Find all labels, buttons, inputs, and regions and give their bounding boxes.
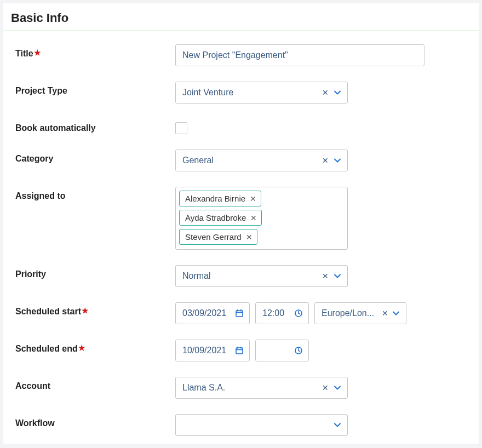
label-title: Title★ — [15, 44, 175, 59]
row-workflow: Workflow — [15, 414, 467, 436]
scheduled-end-date-input[interactable]: 10/09/2021 — [175, 340, 250, 361]
chip-remove-icon[interactable]: ✕ — [250, 214, 257, 222]
scheduled-end-time-input[interactable] — [255, 340, 309, 361]
label-book-auto: Book automatically — [15, 119, 175, 133]
assignee-chip[interactable]: Steven Gerrard✕ — [179, 229, 257, 245]
chevron-down-icon[interactable] — [333, 272, 342, 280]
chevron-down-icon[interactable] — [333, 421, 342, 429]
label-project-type: Project Type — [15, 82, 175, 96]
category-select[interactable]: General ✕ — [175, 150, 348, 171]
row-project-type: Project Type Joint Venture ✕ — [15, 82, 467, 104]
account-clear-icon[interactable]: ✕ — [321, 383, 330, 392]
row-account: Account Llama S.A. ✕ — [15, 377, 467, 399]
label-workflow: Workflow — [15, 414, 175, 428]
chip-remove-icon[interactable]: ✕ — [246, 233, 253, 242]
chevron-down-icon[interactable] — [333, 88, 342, 97]
row-scheduled-end: Scheduled end★ 10/09/2021 — [15, 340, 467, 361]
calendar-icon[interactable] — [235, 309, 244, 318]
assigned-to-input[interactable]: Alexandra Birnie✕Ayda Stradbroke✕Steven … — [175, 187, 348, 250]
chip-remove-icon[interactable]: ✕ — [250, 194, 256, 203]
assignee-chip[interactable]: Alexandra Birnie✕ — [179, 191, 261, 206]
chevron-down-icon[interactable] — [392, 309, 400, 318]
row-category: Category General ✕ — [15, 150, 467, 171]
svg-rect-5 — [236, 348, 243, 354]
title-input[interactable] — [175, 44, 424, 66]
chevron-down-icon[interactable] — [333, 156, 342, 165]
label-category: Category — [15, 150, 175, 164]
label-scheduled-start: Scheduled start★ — [15, 302, 175, 317]
basic-info-panel: Basic Info Title★ Project Type Joint Ven… — [3, 3, 479, 444]
form: Title★ Project Type Joint Venture ✕ — [3, 31, 479, 436]
scheduled-start-time-input[interactable]: 12:00 — [255, 302, 309, 324]
row-assigned-to: Assigned to Alexandra Birnie✕Ayda Stradb… — [15, 187, 467, 250]
assignee-chip-label: Ayda Stradbroke — [185, 213, 246, 222]
label-priority: Priority — [15, 265, 175, 279]
required-star: ★ — [34, 48, 41, 57]
clock-icon[interactable] — [294, 346, 303, 355]
label-account: Account — [15, 377, 175, 391]
book-auto-checkbox[interactable] — [175, 122, 187, 134]
priority-clear-icon[interactable]: ✕ — [321, 272, 330, 280]
svg-rect-0 — [236, 311, 243, 317]
chevron-down-icon[interactable] — [333, 383, 342, 392]
row-priority: Priority Normal ✕ — [15, 265, 467, 287]
account-select[interactable]: Llama S.A. ✕ — [175, 377, 348, 399]
project-type-select[interactable]: Joint Venture ✕ — [175, 82, 348, 104]
required-star: ★ — [82, 306, 89, 315]
workflow-select[interactable] — [175, 414, 348, 436]
assignee-chip-label: Alexandra Birnie — [185, 194, 245, 203]
assignee-chip[interactable]: Ayda Stradbroke✕ — [179, 210, 262, 226]
clock-icon[interactable] — [294, 309, 303, 318]
assignee-chip-label: Steven Gerrard — [185, 232, 242, 242]
scheduled-start-date-input[interactable]: 03/09/2021 — [175, 302, 250, 324]
scheduled-start-timezone-select[interactable]: Europe/Lon... ✕ — [314, 302, 406, 324]
row-title: Title★ — [15, 44, 467, 66]
timezone-clear-icon[interactable]: ✕ — [381, 309, 389, 318]
project-type-clear-icon[interactable]: ✕ — [321, 88, 330, 97]
priority-select[interactable]: Normal ✕ — [175, 265, 348, 287]
required-star: ★ — [78, 343, 85, 352]
calendar-icon[interactable] — [235, 346, 244, 355]
section-title: Basic Info — [3, 3, 479, 31]
label-assigned-to: Assigned to — [15, 187, 175, 201]
category-clear-icon[interactable]: ✕ — [321, 156, 330, 165]
label-scheduled-end: Scheduled end★ — [15, 340, 175, 354]
row-scheduled-start: Scheduled start★ 03/09/2021 12:00 — [15, 302, 467, 324]
row-book-auto: Book automatically — [15, 119, 467, 134]
